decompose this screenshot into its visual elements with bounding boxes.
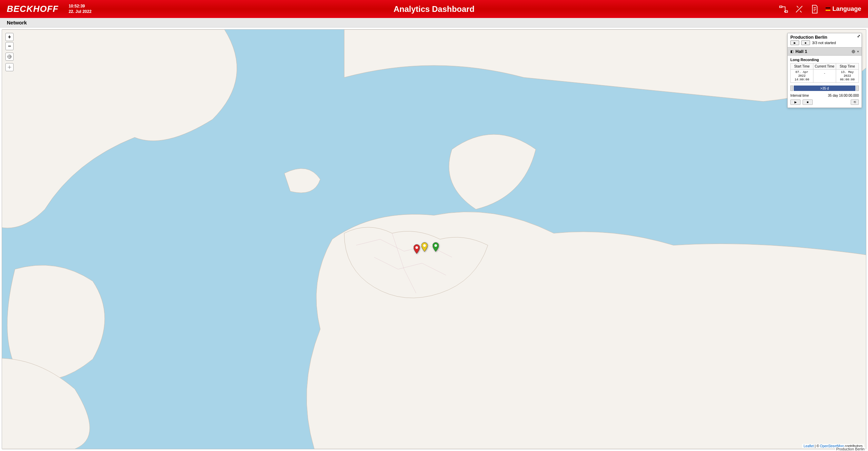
progress-fill: >35 d [794, 86, 855, 91]
language-label: Language [832, 5, 861, 13]
start-time-value: 07. Apr 2022 14:00:00 [791, 70, 813, 82]
breadcrumb-label: Network [7, 20, 27, 25]
svg-point-6 [423, 244, 426, 247]
stop-time-value: 13. May 2022 06:00:00 [836, 70, 859, 82]
leaflet-link[interactable]: Leaflet [804, 444, 814, 448]
start-time-header: Start Time [791, 63, 813, 70]
stop-time-header: Stop Time [836, 63, 859, 70]
chevron-down-icon[interactable]: ▾ [857, 50, 859, 53]
svg-point-7 [434, 244, 437, 247]
bottom-controls: ▶ ■ ⟲ [788, 99, 862, 108]
status-dot [852, 50, 855, 53]
page-title: Analytics Dashboard [394, 4, 475, 14]
time-table: Start Time 07. Apr 2022 14:00:00 Current… [790, 63, 859, 83]
zoom-in-button[interactable]: + [5, 33, 14, 41]
map-viewport[interactable]: + − Production Berlin ⤢ ▶ ■ 3/3 not star… [2, 29, 866, 449]
svg-rect-0 [780, 6, 782, 7]
zoom-controls: + − [5, 33, 14, 71]
panel-title: Production Berlin ⤢ [788, 33, 862, 40]
svg-point-4 [9, 67, 10, 68]
expand-icon[interactable]: ⤢ [857, 34, 860, 38]
breadcrumb-bar: Network [0, 18, 868, 27]
play-button[interactable]: ▶ [790, 99, 801, 105]
progress-handle-right[interactable] [856, 86, 859, 91]
document-icon[interactable] [810, 4, 820, 14]
logo: BECKHOFF [7, 4, 58, 14]
hall-name: Hall 1 [795, 49, 850, 54]
current-time-header: Current Time [813, 63, 836, 70]
hall-icon: ◧ [790, 50, 793, 53]
main-content: + − Production Berlin ⤢ ▶ ■ 3/3 not star… [0, 27, 868, 451]
interval-value: 35 day 16:00:00.000 [828, 94, 859, 97]
progress-handle-left[interactable] [790, 86, 793, 91]
panel-play-button[interactable]: ▶ [790, 40, 799, 45]
recording-label: Long Recording [788, 56, 862, 63]
map-marker-0[interactable] [414, 244, 420, 254]
refresh-button[interactable]: ⟲ [851, 99, 859, 105]
language-selector[interactable]: Language [826, 5, 861, 13]
svg-point-5 [415, 246, 418, 249]
panel-stop-button[interactable]: ■ [801, 40, 810, 45]
tools-icon[interactable] [794, 4, 804, 14]
panel-playback-row: ▶ ■ 3/3 not started [788, 40, 862, 47]
production-panel: Production Berlin ⤢ ▶ ■ 3/3 not started … [787, 33, 862, 108]
world-map [2, 30, 866, 449]
flow-icon[interactable] [779, 4, 788, 14]
panel-status: 3/3 not started [812, 41, 836, 45]
zoom-out-button[interactable]: − [5, 42, 14, 50]
interval-row: Interval time 35 day 16:00:00.000 [788, 94, 862, 99]
datetime: 10:52:39 22. Jul 2022 [68, 4, 91, 14]
map-marker-1[interactable] [421, 242, 428, 252]
stop-button[interactable]: ■ [803, 99, 813, 105]
current-time-value: - [813, 70, 836, 78]
flag-icon [826, 7, 830, 11]
map-marker-2[interactable] [433, 242, 439, 252]
interval-label: Interval time [790, 94, 809, 97]
svg-rect-1 [785, 11, 788, 12]
layers-button[interactable] [5, 53, 14, 61]
clock-time: 10:52:39 [68, 4, 91, 9]
app-header: BECKHOFF 10:52:39 22. Jul 2022 Analytics… [0, 0, 868, 18]
clock-date: 22. Jul 2022 [68, 9, 91, 15]
locate-button[interactable] [5, 63, 14, 71]
hall-selector[interactable]: ◧ Hall 1 ▾ [788, 47, 862, 56]
footer-label: Production Berlin [835, 447, 865, 451]
progress-bar[interactable]: >35 d [790, 86, 859, 91]
header-actions: Language [779, 4, 861, 14]
